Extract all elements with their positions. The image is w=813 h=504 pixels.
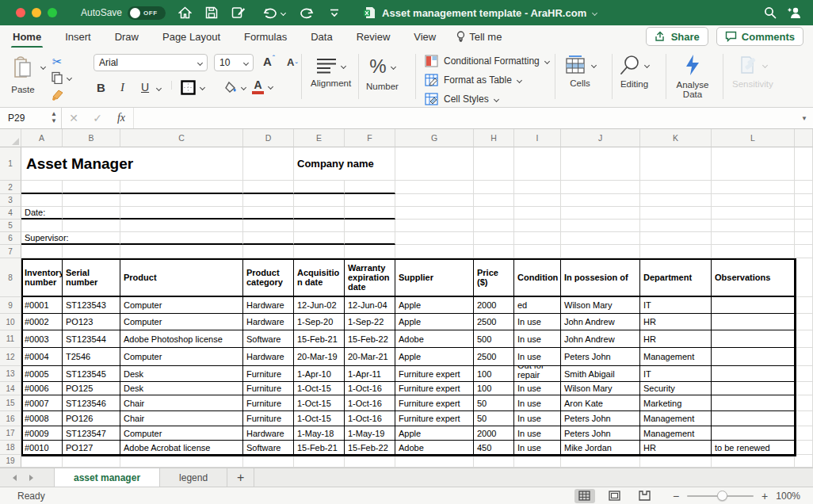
cell[interactable] <box>63 207 120 220</box>
font-size-select[interactable]: 10 <box>214 54 254 71</box>
cell[interactable] <box>395 147 474 181</box>
cell[interactable]: 100 <box>474 382 514 395</box>
cell[interactable] <box>640 220 712 232</box>
copy-dropdown-icon[interactable] <box>67 74 72 80</box>
row-header[interactable]: 8 <box>0 258 21 297</box>
cell[interactable]: 15-Feb-22 <box>345 330 395 348</box>
cell[interactable]: #0006 <box>21 382 63 395</box>
tab-page-layout[interactable]: Page Layout <box>161 27 222 47</box>
cell[interactable] <box>294 455 345 468</box>
insert-function-icon[interactable]: fx <box>109 108 133 128</box>
cell[interactable] <box>514 207 561 220</box>
cell[interactable]: 50 <box>474 395 514 411</box>
cell[interactable]: 15-Feb-21 <box>294 441 345 455</box>
zoom-slider-knob[interactable] <box>717 491 727 501</box>
share-people-icon[interactable] <box>786 5 802 21</box>
row-header[interactable]: 13 <box>0 366 21 382</box>
italic-button[interactable]: I <box>120 81 124 94</box>
cell[interactable]: In possesion of <box>561 258 640 297</box>
row-header[interactable]: 19 <box>0 455 21 468</box>
formula-bar-expand-icon[interactable]: ▼ <box>796 108 813 128</box>
font-color-dropdown-icon[interactable] <box>268 84 273 90</box>
sheet-tab-asset-manager[interactable]: asset manager <box>54 468 160 487</box>
copy-button[interactable] <box>51 71 71 84</box>
cell[interactable] <box>712 297 795 314</box>
cell[interactable] <box>514 147 561 181</box>
row-header[interactable]: 17 <box>0 426 21 441</box>
cell[interactable]: 1-Oct-15 <box>294 395 345 411</box>
cell[interactable]: IT <box>640 297 712 314</box>
cell[interactable]: Furniture expert <box>395 382 474 395</box>
cell[interactable]: 20-Mar-19 <box>294 348 345 366</box>
cell[interactable]: 1-Apr-10 <box>294 366 345 382</box>
cell[interactable] <box>63 194 120 207</box>
cell[interactable]: Supervisor: <box>21 232 120 245</box>
cell[interactable]: #0001 <box>21 297 63 314</box>
cell[interactable] <box>712 207 795 220</box>
cell[interactable]: PO123 <box>63 314 120 330</box>
home-icon[interactable] <box>177 5 193 21</box>
cell[interactable] <box>474 194 514 207</box>
column-header[interactable]: B <box>63 129 120 147</box>
cell[interactable] <box>243 245 294 258</box>
cell[interactable]: Warranty expiration date <box>345 258 395 297</box>
cell[interactable]: ed <box>514 297 561 314</box>
cell[interactable] <box>120 194 243 207</box>
cell[interactable] <box>561 245 640 258</box>
cell[interactable]: Observations <box>712 258 795 297</box>
comments-button[interactable]: Comments <box>716 27 803 46</box>
cell[interactable] <box>561 232 640 245</box>
zoom-in-button[interactable]: + <box>761 490 768 502</box>
cell[interactable]: Product category <box>243 258 294 297</box>
cell[interactable] <box>795 382 813 395</box>
cell[interactable] <box>795 395 813 411</box>
save-icon[interactable] <box>204 5 219 21</box>
cell[interactable] <box>795 147 813 181</box>
cell[interactable] <box>21 181 63 194</box>
cell[interactable] <box>345 207 395 220</box>
cell[interactable]: Out for repair <box>514 366 561 382</box>
column-header[interactable]: J <box>561 129 640 147</box>
undo-icon[interactable] <box>262 5 278 21</box>
cell[interactable]: 100 <box>474 366 514 382</box>
cell[interactable] <box>514 245 561 258</box>
name-box-stepper[interactable]: ▲▼ <box>51 110 57 124</box>
cell[interactable] <box>243 220 294 232</box>
cell[interactable] <box>474 455 514 468</box>
cell[interactable]: 12-Jun-02 <box>294 297 345 314</box>
cell-styles-button[interactable]: Cell Styles <box>425 93 498 105</box>
cell[interactable]: 15-Feb-22 <box>345 441 395 455</box>
cell[interactable] <box>795 366 813 382</box>
cell[interactable] <box>474 207 514 220</box>
cell[interactable] <box>795 220 813 232</box>
cell[interactable]: In use <box>514 382 561 395</box>
cell[interactable] <box>243 147 294 181</box>
cell[interactable] <box>474 245 514 258</box>
cell[interactable]: 12-Jun-04 <box>345 297 395 314</box>
cell[interactable]: 20-Mar-21 <box>345 348 395 366</box>
cell[interactable]: Chair <box>120 411 243 426</box>
cell[interactable] <box>395 245 474 258</box>
cell[interactable]: Wilson Mary <box>561 382 640 395</box>
cell[interactable] <box>712 382 795 395</box>
editing-button[interactable]: Editing <box>620 55 649 89</box>
cell[interactable]: Desk <box>120 366 243 382</box>
cell[interactable]: In use <box>514 441 561 455</box>
cell[interactable]: Furniture <box>243 411 294 426</box>
add-sheet-button[interactable]: + <box>227 468 254 487</box>
cell[interactable]: IT <box>640 366 712 382</box>
cell[interactable]: Peters John <box>561 411 640 426</box>
analyse-data-button[interactable]: Analyse Data <box>670 54 715 99</box>
tab-home[interactable]: Home <box>11 27 43 47</box>
cell[interactable] <box>514 194 561 207</box>
cell[interactable]: Department <box>640 258 712 297</box>
cell[interactable]: #0005 <box>21 366 63 382</box>
row-header[interactable]: 14 <box>0 382 21 395</box>
cell[interactable]: ST123544 <box>63 330 120 348</box>
column-header[interactable]: A <box>21 129 63 147</box>
cell[interactable]: 500 <box>474 330 514 348</box>
column-header[interactable]: F <box>345 129 395 147</box>
document-title[interactable]: Asset management template - AraHR.com <box>382 7 586 19</box>
cell[interactable]: John Andrew <box>561 314 640 330</box>
cell[interactable]: HR <box>640 330 712 348</box>
